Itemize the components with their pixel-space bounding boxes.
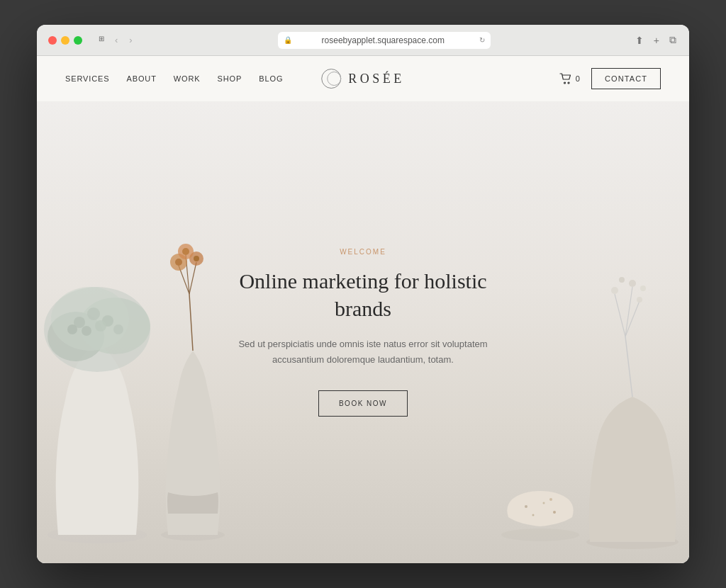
- hero-title: Online marketing for holistic brands: [214, 267, 512, 322]
- cart-button[interactable]: 0: [559, 73, 580, 84]
- refresh-icon[interactable]: ↻: [479, 36, 485, 44]
- lock-icon: 🔒: [284, 36, 292, 44]
- svg-line-28: [625, 287, 632, 337]
- minimize-button[interactable]: [61, 36, 69, 45]
- svg-line-17: [189, 262, 196, 294]
- svg-line-27: [615, 294, 625, 337]
- nav-services[interactable]: SERVICES: [65, 74, 109, 83]
- svg-point-30: [611, 287, 618, 294]
- logo-icon: [321, 69, 341, 89]
- svg-point-23: [194, 256, 199, 261]
- svg-point-34: [640, 285, 646, 291]
- svg-point-36: [525, 505, 527, 508]
- svg-point-39: [532, 514, 535, 516]
- svg-point-10: [82, 326, 91, 336]
- address-bar-wrapper: 🔒 ↻: [278, 32, 491, 49]
- logo-text: ROSÉE: [348, 72, 405, 86]
- welcome-label: WELCOME: [214, 248, 512, 256]
- svg-point-11: [95, 320, 106, 332]
- address-input[interactable]: [278, 32, 491, 49]
- svg-point-8: [87, 307, 100, 320]
- svg-point-32: [637, 297, 642, 303]
- website-content: SERVICES ABOUT WORK SHOP BLOG ROSÉE 0: [37, 56, 689, 563]
- svg-point-24: [182, 248, 189, 255]
- contact-button[interactable]: CONTACT: [591, 68, 661, 89]
- new-tab-icon[interactable]: +: [652, 33, 661, 47]
- svg-point-13: [113, 324, 123, 334]
- nav-links-left: SERVICES ABOUT WORK SHOP BLOG: [65, 74, 283, 83]
- svg-point-38: [553, 511, 556, 514]
- nav-right: 0 CONTACT: [559, 68, 661, 89]
- tab-overview-icon[interactable]: ⧉: [668, 33, 678, 47]
- window-controls: ⊞ ‹ ›: [96, 33, 135, 47]
- site-logo[interactable]: ROSÉE: [321, 69, 405, 89]
- forward-button[interactable]: ›: [126, 33, 135, 47]
- nav-work[interactable]: WORK: [174, 74, 201, 83]
- svg-point-31: [629, 280, 636, 287]
- svg-point-12: [67, 324, 77, 334]
- traffic-lights: [48, 36, 82, 45]
- svg-point-40: [549, 498, 552, 501]
- title-bar: ⊞ ‹ › 🔒 ↻ ⬆ + ⧉: [37, 25, 689, 56]
- window-actions: ⬆ + ⧉: [634, 33, 678, 47]
- sidebar-toggle-icon[interactable]: ⊞: [96, 33, 106, 43]
- svg-point-1: [568, 82, 569, 84]
- address-bar-area: 🔒 ↻: [141, 32, 628, 49]
- site-nav: SERVICES ABOUT WORK SHOP BLOG ROSÉE 0: [37, 56, 689, 101]
- book-now-button[interactable]: BOOK NOW: [318, 390, 408, 417]
- hero-content: WELCOME Online marketing for holistic br…: [214, 248, 512, 417]
- hero-section: WELCOME Online marketing for holistic br…: [37, 101, 689, 563]
- cart-icon: [559, 73, 572, 84]
- cart-count: 0: [576, 74, 580, 83]
- svg-point-37: [543, 502, 545, 504]
- mac-window: ⊞ ‹ › 🔒 ↻ ⬆ + ⧉ SERVICES ABOUT WORK SHOP: [37, 25, 689, 563]
- svg-point-22: [175, 259, 182, 266]
- back-button[interactable]: ‹: [112, 33, 121, 47]
- svg-line-15: [189, 294, 193, 351]
- close-button[interactable]: [48, 36, 57, 45]
- svg-point-0: [564, 82, 565, 84]
- svg-line-26: [625, 337, 632, 397]
- svg-point-35: [501, 528, 579, 541]
- share-icon[interactable]: ⬆: [634, 33, 645, 47]
- nav-blog[interactable]: BLOG: [259, 74, 283, 83]
- svg-point-33: [619, 277, 625, 283]
- hero-subtitle: Sed ut perspiciatis unde omnis iste natu…: [214, 337, 512, 368]
- fullscreen-button[interactable]: [74, 36, 82, 45]
- nav-about[interactable]: ABOUT: [126, 74, 156, 83]
- right-vases-illustration: [484, 223, 689, 563]
- nav-shop[interactable]: SHOP: [218, 74, 242, 83]
